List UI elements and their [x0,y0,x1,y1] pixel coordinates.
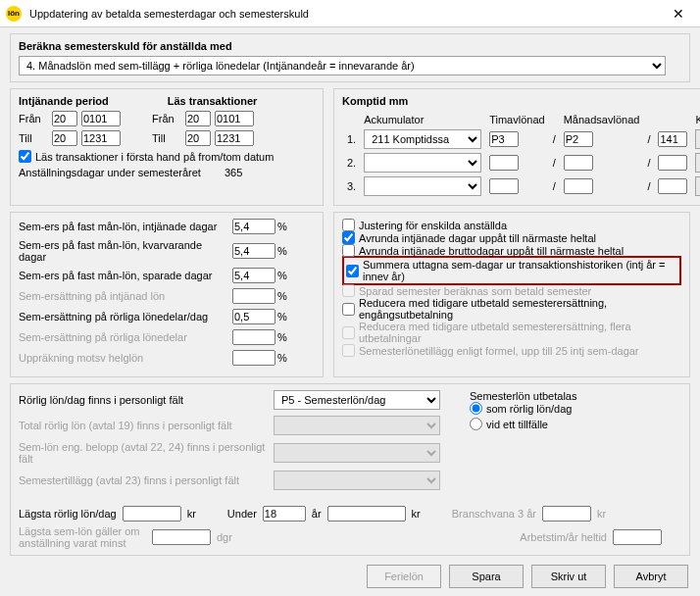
period-from-year[interactable] [52,111,77,126]
lagsta-input[interactable] [123,506,181,522]
pct-6: % [277,352,287,364]
under-input[interactable] [263,506,306,522]
opt-check-4 [342,284,355,297]
kont-btn-2[interactable]: … [695,153,700,173]
opt-label-2: Avrunda intjänade bruttodagar uppåt till… [359,245,624,257]
anst-value: 365 [225,167,242,178]
trans-from-year[interactable] [185,111,211,126]
opt-check-0[interactable] [342,219,355,231]
sem-val-2[interactable] [232,268,275,283]
opt-label-0: Justering för enskilda anställda [359,220,507,231]
akk-2[interactable] [364,153,481,173]
kr2: kr [412,508,421,520]
pct-4: % [277,311,287,323]
trans-heading: Läs transaktioner [168,95,258,107]
to-label: Till [19,132,48,144]
p5-select-0[interactable]: P5 - Semesterlön/dag [274,390,440,410]
kont-btn-3[interactable]: … [695,176,700,196]
man-2[interactable] [564,155,593,171]
kont-3[interactable] [658,178,687,194]
kont-1[interactable] [658,131,687,147]
utbet-r2-label: vid ett tillfälle [486,419,548,430]
arbtim-input[interactable] [613,529,662,545]
from-label: Från [19,113,48,124]
sem-val-4[interactable] [232,309,275,324]
opt-check-1[interactable] [342,231,355,244]
bransch-input[interactable] [542,506,591,522]
close-icon[interactable]: ✕ [663,6,694,22]
under-kr-input[interactable] [327,506,406,522]
lagsta-label: Lägsta rörlig lön/dag [19,508,117,520]
sem-label-4: Sem-ersättning på rörliga lönedelar/dag [19,311,232,323]
trans-to-label: Till [152,132,181,144]
period-from-md[interactable] [81,111,121,126]
tim-3[interactable] [489,178,519,194]
p5-select-3 [274,471,440,490]
pct-5: % [277,331,287,343]
pct-0: % [277,221,287,232]
sem-val-1[interactable] [232,243,275,259]
period-to-year[interactable] [52,130,77,146]
sem-label-5: Sem-ersättning på rörliga lönedelar [19,331,232,343]
galler-label: Lägsta sem-lön gäller om anställning var… [19,525,146,549]
avbryt-button[interactable]: Avbryt [614,565,688,588]
under-label: Under [227,508,257,520]
trans-to-md[interactable] [215,130,254,146]
trans-to-year[interactable] [185,130,211,146]
ar-label: år [312,508,322,520]
pct-1: % [277,245,287,257]
utbet-heading: Semesterlön utbetalas [470,390,576,402]
sem-label-6: Uppräkning motsv helglön [19,352,232,364]
komptid-heading: Komptid mm [342,95,700,107]
opt-check-6 [342,326,355,339]
utbet-r1-label: som rörlig lön/dag [486,403,572,415]
man-3[interactable] [564,178,593,194]
trans-from-label: Från [152,113,181,124]
spara-button[interactable]: Spara [449,565,524,588]
sem-label-1: Sem-ers på fast mån-lön, kvarvarande dag… [19,239,232,263]
window-title: Uppdatering av betalda semesterdagar och… [29,8,663,20]
sem-val-3[interactable] [232,288,275,304]
app-icon: lön [6,6,22,22]
p5-select-1 [274,416,440,435]
skriv-button[interactable]: Skriv ut [531,565,606,588]
sem-val-5[interactable] [232,329,275,345]
trans-from-md[interactable] [215,111,254,126]
opt-check-5[interactable] [342,303,355,316]
kont-2[interactable] [658,155,687,171]
readfirst-check[interactable] [19,150,31,163]
opt-label-4: Sparad semester beräknas som betald seme… [359,285,591,297]
p5-label-2: Sem-lön eng. belopp (avtal 22, 24) finns… [19,441,274,465]
tim-1[interactable] [489,131,519,147]
utbet-r2[interactable] [470,418,482,430]
dgr-label: dgr [217,531,232,543]
galler-input[interactable] [152,529,211,545]
opt-check-3[interactable] [346,265,359,277]
opt-check-7 [342,344,355,357]
tim-2[interactable] [489,155,519,171]
period-to-md[interactable] [81,130,121,146]
calc-select[interactable]: 4. Månadslön med sem-tillägg + rörliga l… [19,56,666,75]
row3-n: 3. [344,175,359,197]
opt-check-2[interactable] [342,244,355,257]
akk-1[interactable]: 211 Komptidssaldo [364,129,481,149]
sem-val-0[interactable] [232,219,275,234]
p5-label-3: Semestertillägg (avtal 23) finns i perso… [19,474,274,486]
ferie-button: Ferielön [367,565,441,588]
kr1: kr [187,508,196,520]
akk-header: Ackumulator [361,113,484,126]
akk-3[interactable] [364,176,481,196]
pct-3: % [277,290,287,302]
sem-label-3: Sem-ersättning på intjänad lön [19,290,232,302]
calc-heading: Beräkna semesterskuld för anställda med [19,40,681,52]
sem-val-6[interactable] [232,350,275,366]
kont-btn-1[interactable]: … [695,129,700,149]
man-1[interactable] [564,131,593,147]
utbet-r1[interactable] [470,402,482,415]
sem-label-0: Sem-ers på fast mån-lön, intjänade dagar [19,221,232,232]
tim-header: Timavlönad [486,113,547,126]
row2-n: 2. [344,152,359,174]
bransch-label: Branschvana 3 år [452,508,536,520]
kont-header: Kontering [692,113,700,126]
opt-label-6: Reducera med tidigare utbetald semestere… [359,321,681,344]
